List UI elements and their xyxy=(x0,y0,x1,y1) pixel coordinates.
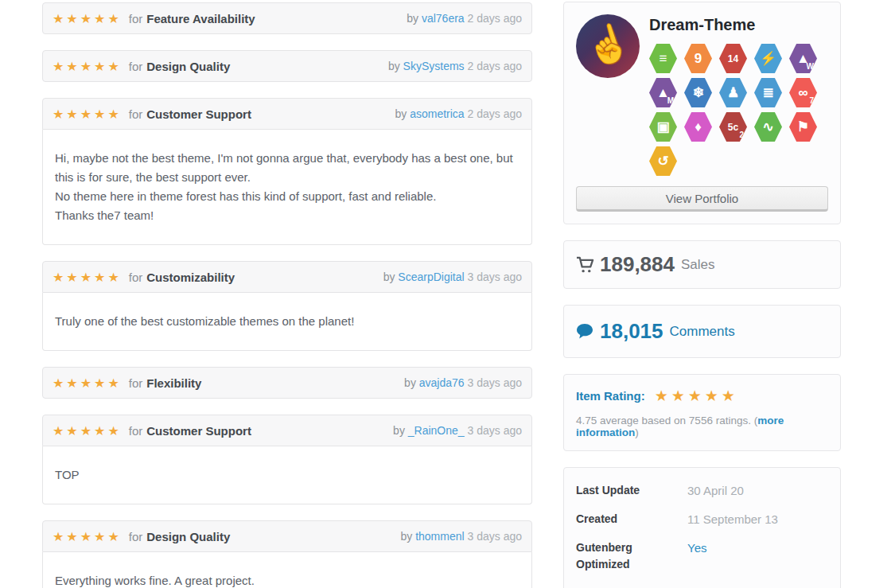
review-time: 2 days ago xyxy=(468,12,523,25)
review-time: 3 days ago xyxy=(468,424,523,437)
review-header: ★★★★★ for Flexibility by avajda76 3 days… xyxy=(42,367,532,399)
item-rating-box: Item Rating: ★★★★★ 4.75 average based on… xyxy=(563,374,841,451)
detail-row: Gutenberg Optimized Yes xyxy=(576,539,828,573)
detail-label: Last Update xyxy=(576,482,687,499)
detail-label: Created xyxy=(576,511,687,528)
star-rating-icon: ★★★★★ xyxy=(53,11,122,26)
review-category: Design Quality xyxy=(146,60,230,73)
detail-value: 30 April 20 xyxy=(687,482,744,499)
badge-snowflake-icon: ❄ xyxy=(684,78,712,107)
review-time: 2 days ago xyxy=(468,107,523,120)
badge-map-pin-icon: ⚑ xyxy=(789,112,817,142)
view-portfolio-button[interactable]: View Portfolio xyxy=(576,186,828,212)
review-header: ★★★★★ for Design Quality by SkySystems 2… xyxy=(42,50,532,82)
sales-box: 189,884 Sales xyxy=(563,240,841,289)
author-badges: ≡914⚡▲W▲M❄♟≣∞7▣♦5c2∿⚑↺ xyxy=(649,44,828,181)
review-for-label: for xyxy=(129,107,143,121)
rating-summary: 4.75 average based on 7556 ratings. (mor… xyxy=(576,415,828,438)
review-category: Customer Support xyxy=(146,424,251,438)
review-body: TOP xyxy=(42,446,532,504)
comments-count[interactable]: 18,015 xyxy=(600,319,663,344)
reviewer-link[interactable]: val76era xyxy=(422,12,465,25)
star-rating-icon: ★★★★★ xyxy=(53,376,122,391)
badge-paw-14-icon: 14 xyxy=(719,44,747,73)
review-byline: by val76era 2 days ago xyxy=(407,12,522,25)
badge-diamond-icon: ♦ xyxy=(684,112,712,142)
review-category: Customer Support xyxy=(146,107,251,121)
review-body: Hi, maybe not the best theme, I'm not go… xyxy=(42,130,532,245)
rating-summary-text: 4.75 average based on 7556 ratings. ( xyxy=(576,415,757,426)
review-for-label: for xyxy=(129,376,143,390)
review-body: Everything works fine. A great project. xyxy=(42,552,532,588)
badge-heartbeat-icon: ∿ xyxy=(754,112,782,142)
badge-person-spotlight-icon: ♟ xyxy=(719,78,747,107)
comments-label[interactable]: Comments xyxy=(670,324,735,340)
comment-bubble-icon xyxy=(576,323,595,340)
reviewer-link[interactable]: asometrica xyxy=(410,107,464,120)
review-card: ★★★★★ for Design Quality by SkySystems 2… xyxy=(42,50,532,82)
review-header: ★★★★★ for Customizability by ScearpDigit… xyxy=(42,261,532,293)
author-name-link[interactable]: Dream-Theme xyxy=(649,16,828,34)
review-for-label: for xyxy=(129,424,143,438)
badge-stack-spotlight-icon: ≣ xyxy=(754,78,782,107)
review-for-label: for xyxy=(129,530,143,543)
reviewer-link[interactable]: _RainOne_ xyxy=(408,424,465,437)
review-byline: by avajda76 3 days ago xyxy=(404,376,522,389)
item-rating-label: Item Rating: xyxy=(576,389,645,403)
review-category: Design Quality xyxy=(146,530,230,543)
by-label: by xyxy=(388,60,400,72)
review-time: 2 days ago xyxy=(468,60,523,72)
star-rating-icon: ★★★★★ xyxy=(53,107,122,122)
review-header: ★★★★★ for Customer Support by _RainOne_ … xyxy=(42,415,532,446)
by-label: by xyxy=(395,107,407,120)
reviewer-link[interactable]: ScearpDigital xyxy=(398,271,464,283)
reviewer-link[interactable]: SkySystems xyxy=(403,60,465,72)
by-label: by xyxy=(383,271,395,283)
star-rating-icon: ★★★★★ xyxy=(53,270,122,285)
review-category: Feature Availability xyxy=(146,12,255,25)
item-rating-stars-icon: ★★★★★ xyxy=(655,387,738,405)
badge-chip-2-icon: 5c2 xyxy=(719,112,747,142)
review-for-label: for xyxy=(129,60,143,73)
review-card: ★★★★★ for Customer Support by _RainOne_ … xyxy=(42,415,532,504)
reviews-list: ★★★★★ for Feature Availability by val76e… xyxy=(42,2,532,588)
by-label: by xyxy=(407,12,418,25)
detail-value: 11 September 13 xyxy=(687,511,778,528)
sales-label: Sales xyxy=(681,257,715,273)
review-card: ★★★★★ for Design Quality by thommenl 3 d… xyxy=(42,520,532,588)
author-card: ☝ Dream-Theme ≡914⚡▲W▲M❄♟≣∞7▣♦5c2∿⚑↺ Vie… xyxy=(563,2,841,224)
review-category: Flexibility xyxy=(146,376,201,390)
review-category: Customizability xyxy=(146,271,235,284)
item-details-box: Last Update 30 April 20 Created 11 Septe… xyxy=(563,467,841,588)
detail-row: High Resolution Yes xyxy=(576,585,828,588)
badge-bolt-icon: ⚡ xyxy=(754,44,782,73)
badge-rocket-monthly-icon: ▲M xyxy=(649,78,677,107)
by-label: by xyxy=(400,530,412,543)
review-header: ★★★★★ for Feature Availability by val76e… xyxy=(42,2,532,34)
reviewer-link[interactable]: avajda76 xyxy=(419,376,465,389)
badge-chain-7-icon: ∞7 xyxy=(789,78,817,107)
detail-value-link[interactable]: Yes xyxy=(687,585,706,588)
author-avatar[interactable]: ☝ xyxy=(576,14,640,78)
by-label: by xyxy=(404,376,416,389)
review-time: 3 days ago xyxy=(468,376,523,389)
review-time: 3 days ago xyxy=(468,530,523,543)
detail-value-link[interactable]: Yes xyxy=(687,539,706,573)
review-card: ★★★★★ for Feature Availability by val76e… xyxy=(42,2,532,34)
review-byline: by thommenl 3 days ago xyxy=(400,530,522,543)
review-body: Truly one of the best customizable theme… xyxy=(42,293,532,351)
review-card: ★★★★★ for Flexibility by avajda76 3 days… xyxy=(42,367,532,399)
reviewer-link[interactable]: thommenl xyxy=(415,530,464,543)
star-rating-icon: ★★★★★ xyxy=(53,423,122,438)
detail-label: Gutenberg Optimized xyxy=(576,539,687,573)
review-byline: by SkySystems 2 days ago xyxy=(388,60,522,72)
sales-count: 189,884 xyxy=(600,252,675,277)
star-rating-icon: ★★★★★ xyxy=(53,529,122,544)
detail-row: Created 11 September 13 xyxy=(576,511,828,528)
by-label: by xyxy=(393,424,405,437)
sidebar: ☝ Dream-Theme ≡914⚡▲W▲M❄♟≣∞7▣♦5c2∿⚑↺ Vie… xyxy=(563,2,841,588)
star-rating-icon: ★★★★★ xyxy=(53,59,122,74)
badge-author-level-icon: ≡ xyxy=(649,44,677,73)
badge-speech-refresh-icon: ↺ xyxy=(649,146,677,176)
review-byline: by ScearpDigital 3 days ago xyxy=(383,271,522,283)
